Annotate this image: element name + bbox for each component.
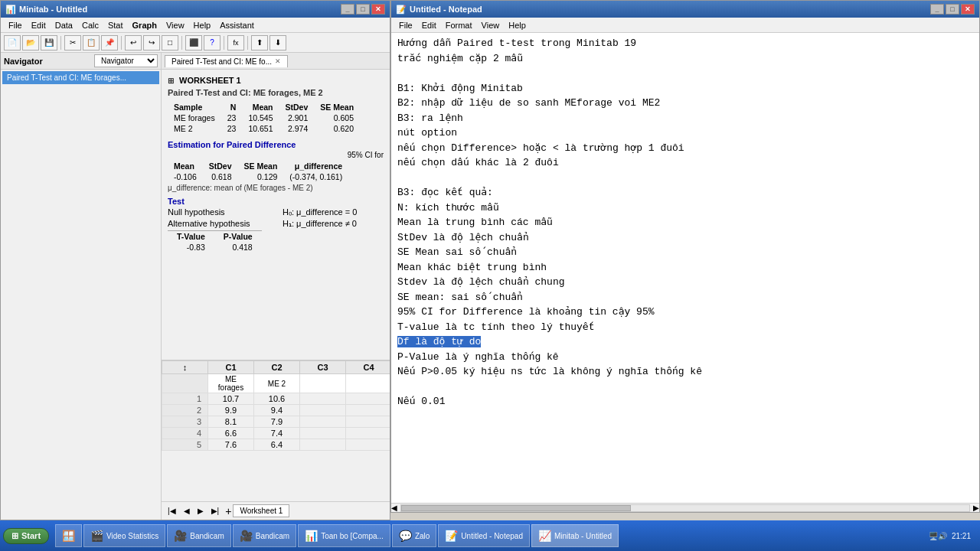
menu-file[interactable]: File	[4, 18, 27, 32]
notepad-menu-help[interactable]: Help	[504, 18, 531, 32]
data-r5-c2[interactable]: 6.4	[254, 439, 300, 451]
open-button[interactable]: 📂	[22, 35, 39, 51]
download-button[interactable]: ⬇	[270, 35, 286, 51]
data-r1-c1[interactable]: 10.7	[208, 393, 254, 405]
data-r4-c1[interactable]: 6.6	[208, 428, 254, 439]
col-c4-name	[346, 374, 390, 393]
taskbar-item-notepad[interactable]: 📝 Untitled - Notepad	[438, 524, 530, 547]
data-r1-c4[interactable]	[346, 393, 390, 405]
tab-close-button[interactable]: ✕	[275, 57, 281, 65]
data-r3-c4[interactable]	[346, 416, 390, 428]
stop-button[interactable]: ⬛	[185, 35, 202, 51]
t-value-header: T-Value	[168, 231, 214, 243]
data-r2-c2[interactable]: 9.4	[254, 405, 300, 416]
minimize-button[interactable]: _	[341, 4, 354, 15]
taskbar-item-bandicam-2[interactable]: 🎥 Bandicam	[233, 524, 296, 547]
data-r3-c2[interactable]: 7.9	[254, 416, 300, 428]
data-grid: ↕ C1 C2 C3 C4 ME forages ME 2	[162, 360, 390, 451]
data-r1-c3[interactable]	[300, 393, 346, 405]
col-c4-header[interactable]: C4	[346, 361, 390, 374]
sample-mean-2: 10.651	[242, 123, 279, 134]
taskbar-item-bandicam-1[interactable]: 🎥 Bandicam	[167, 524, 230, 547]
copy-button[interactable]: 📋	[83, 35, 100, 51]
estimation-table: Mean StDev SE Mean μ_difference -0.106 0…	[168, 161, 348, 182]
data-r2-c3[interactable]	[300, 405, 346, 416]
notepad-menu-file[interactable]: File	[394, 18, 417, 32]
save-button[interactable]: 💾	[41, 35, 57, 51]
notepad-menu-format[interactable]: Format	[441, 18, 477, 32]
menu-stat[interactable]: Stat	[103, 18, 128, 32]
taskbar-item-spreadsheet[interactable]: 📊 Toan bo [Compa...	[298, 524, 390, 547]
notepad-minimize-button[interactable]: _	[930, 4, 944, 15]
data-r3-c3[interactable]	[300, 416, 346, 428]
upload-button[interactable]: ⬆	[251, 35, 268, 51]
col-sample: Sample	[168, 102, 221, 112]
sample-n-2: 23	[221, 123, 243, 134]
scroll-right-arrow[interactable]: ▶	[973, 504, 979, 512]
col-c1-header[interactable]: C1	[208, 361, 254, 374]
notepad-close-button[interactable]: ✕	[961, 4, 975, 15]
estimation-section: Estimation for Paired Difference 95% CI …	[168, 140, 384, 192]
paste-button[interactable]: 📌	[101, 35, 118, 51]
data-r3-c1[interactable]: 8.1	[208, 416, 254, 428]
data-r4-c3[interactable]	[300, 428, 346, 439]
new-button[interactable]: 📄	[4, 35, 21, 51]
notepad-menu-view[interactable]: View	[477, 18, 505, 32]
sheet-tab[interactable]: Worksheet 1	[233, 504, 289, 517]
data-r4-c4[interactable]	[346, 428, 390, 439]
formula-button[interactable]: fx	[227, 35, 244, 51]
bottom-nav: |◀ ◀ ▶ ▶| + Worksheet 1	[162, 501, 390, 520]
add-sheet-button[interactable]: +	[225, 505, 231, 517]
data-r5-c1[interactable]: 7.6	[208, 439, 254, 451]
data-r2-c4[interactable]	[346, 405, 390, 416]
notepad-menu-edit[interactable]: Edit	[417, 18, 441, 32]
col-c2-header[interactable]: C2	[254, 361, 300, 374]
notepad-restore-button[interactable]: □	[946, 4, 959, 15]
scroll-left-arrow[interactable]: ◀	[391, 504, 397, 512]
sample-name-2: ME 2	[168, 123, 221, 134]
nav-last-button[interactable]: ▶|	[208, 505, 223, 517]
nav-next-button[interactable]: ▶	[194, 505, 207, 517]
menu-data[interactable]: Data	[51, 18, 77, 32]
menu-view[interactable]: View	[162, 18, 189, 32]
output-area: Paired T-Test and CI: ME fo... ✕ ⊞ WORKS…	[162, 53, 390, 520]
menu-help[interactable]: Help	[189, 18, 216, 32]
data-r5-c4[interactable]	[346, 439, 390, 451]
data-r4-c2[interactable]: 7.4	[254, 428, 300, 439]
close-button[interactable]: ✕	[371, 4, 385, 15]
clock-time: 21:21	[952, 532, 971, 540]
redo-button[interactable]: ↪	[143, 35, 160, 51]
taskbar-item-minitab[interactable]: 📈 Minitab - Untitled	[531, 524, 619, 547]
nav-prev-button[interactable]: ◀	[181, 505, 193, 517]
menu-edit[interactable]: Edit	[27, 18, 51, 32]
scrollbar-track[interactable]	[400, 504, 970, 512]
help-button[interactable]: ?	[204, 35, 220, 51]
rect-button[interactable]: □	[162, 35, 178, 51]
undo-button[interactable]: ↩	[125, 35, 142, 51]
taskbar-item-windows[interactable]: 🪟	[55, 524, 82, 547]
menu-assistant[interactable]: Assistant	[215, 18, 259, 32]
taskbar-notepad-label: Untitled - Notepad	[461, 532, 523, 540]
nav-first-button[interactable]: |◀	[165, 505, 179, 517]
navigator-dropdown[interactable]: Navigator	[94, 54, 158, 67]
data-r2-c1[interactable]: 9.9	[208, 405, 254, 416]
col-c3-header[interactable]: C3	[300, 361, 346, 374]
menu-graph[interactable]: Graph	[128, 18, 162, 32]
notepad-text-area[interactable]: Hướng dẫn Paired t-test trong Minitab 19…	[391, 33, 979, 503]
bandicam-1-icon: 🎥	[174, 530, 187, 542]
start-button[interactable]: ⊞ Start	[3, 528, 49, 544]
scrollbar-thumb[interactable]	[401, 505, 631, 511]
restore-button[interactable]: □	[356, 4, 370, 15]
data-r5-c3[interactable]	[300, 439, 346, 451]
cut-button[interactable]: ✂	[64, 35, 81, 51]
taskbar-item-zalo[interactable]: 💬 Zalo	[392, 524, 436, 547]
navigator-active-item[interactable]: Paired T-Test and CI: ME forages...	[2, 71, 159, 84]
table-row: ME 2 23 10.651 2.974 0.620	[168, 123, 360, 134]
taskbar-item-video-statistics[interactable]: 🎬 Video Statistics	[83, 524, 165, 547]
data-r1-c2[interactable]: 10.6	[254, 393, 300, 405]
navigator-header: Navigator Navigator	[1, 53, 161, 70]
notepad-scrollbar[interactable]: ◀ ▶	[391, 503, 979, 512]
menu-calc[interactable]: Calc	[77, 18, 103, 32]
output-tab[interactable]: Paired T-Test and CI: ME fo... ✕	[165, 55, 288, 67]
sample-semean-2: 0.620	[314, 123, 360, 134]
